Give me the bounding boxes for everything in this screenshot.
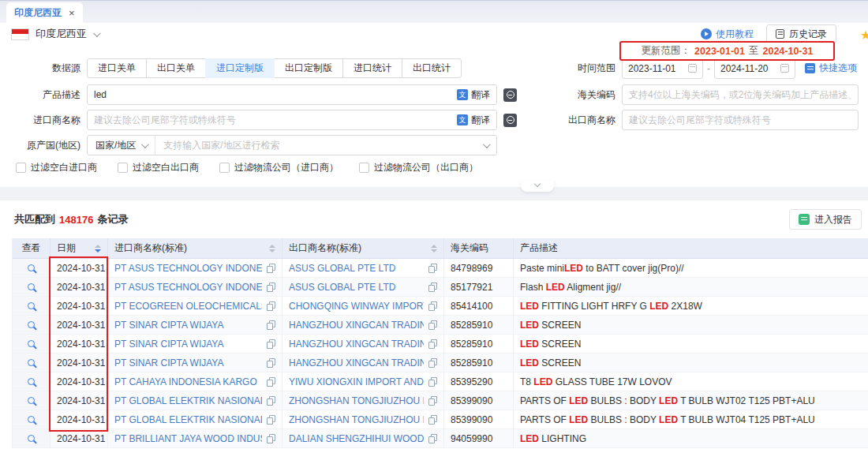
- tab-close-icon[interactable]: ×: [69, 7, 75, 19]
- importer-link[interactable]: PT SINAR CIPTA WIJAYA: [114, 339, 262, 350]
- product-desc-input[interactable]: [94, 89, 457, 100]
- sort-caret-icon[interactable]: [95, 245, 101, 253]
- col-header-exporter[interactable]: 出口商名称(标准): [282, 238, 444, 258]
- copy-icon[interactable]: [267, 264, 275, 273]
- exporter-link[interactable]: ZHONGSHAN TONGJIUZHOU INTERNA...: [289, 395, 424, 406]
- copy-icon[interactable]: [428, 339, 437, 349]
- datasource-tab[interactable]: 进口统计: [342, 58, 402, 78]
- copy-icon[interactable]: [267, 415, 275, 425]
- chevron-down-icon[interactable]: [483, 140, 491, 148]
- exact-match-toggle-icon[interactable]: [503, 114, 517, 127]
- exporter-link[interactable]: ASUS GLOBAL PTE LTD: [289, 282, 424, 293]
- table-row: 2024-10-31PT ASUS TECHNOLOGY INDONESIA B…: [13, 259, 868, 278]
- sort-caret-icon[interactable]: [431, 245, 437, 253]
- importer-link[interactable]: PT ECOGREEN OLEOCHEMICALS: [114, 301, 262, 312]
- view-detail-icon[interactable]: [28, 340, 35, 347]
- importer-link[interactable]: PT GLOBAL ELEKTRIK NASIONAL: [114, 395, 262, 406]
- exporter-link[interactable]: HANGZHOU XINGCAN TRADING CO LTD: [289, 320, 424, 331]
- hscode-cell: 85177921: [444, 278, 514, 296]
- copy-icon[interactable]: [267, 339, 275, 349]
- copy-icon[interactable]: [428, 415, 437, 425]
- checkbox-icon[interactable]: [219, 163, 230, 173]
- origin-search-input[interactable]: [155, 140, 477, 151]
- copy-icon[interactable]: [267, 434, 275, 443]
- copy-icon[interactable]: [267, 320, 275, 330]
- view-detail-icon[interactable]: [28, 397, 35, 404]
- copy-icon[interactable]: [428, 264, 437, 273]
- copy-icon[interactable]: [428, 396, 437, 406]
- hs-code-input[interactable]: [629, 89, 851, 100]
- importer-link[interactable]: PT SINAR CIPTA WIJAYA: [114, 320, 262, 331]
- table-header-row: 查看 日期 进口商名称(标准) 出口商名称(标准) 海关编码 产品描述: [13, 238, 868, 259]
- chevron-down-icon[interactable]: [93, 29, 101, 37]
- view-detail-icon[interactable]: [28, 302, 35, 309]
- tab-indonesia[interactable]: 印度尼西亚 ×: [6, 2, 83, 23]
- view-detail-icon[interactable]: [28, 264, 35, 271]
- origin-type-select[interactable]: 国家/地区: [88, 136, 155, 155]
- copy-icon[interactable]: [428, 434, 437, 443]
- exporter-link[interactable]: ASUS GLOBAL PTE LTD: [289, 263, 424, 274]
- importer-link[interactable]: PT BRILLIANT JAYA WOOD INDUSTRY: [114, 433, 262, 444]
- filter-checkbox[interactable]: 过滤空白进口商: [16, 161, 97, 174]
- copy-icon[interactable]: [428, 301, 437, 311]
- copy-icon[interactable]: [267, 282, 275, 292]
- importer-link[interactable]: PT ASUS TECHNOLOGY INDONESIA BA...: [114, 263, 262, 274]
- exporter-link[interactable]: ZHONGSHAN TONGJIUZHOU INTERNA...: [289, 414, 424, 425]
- view-detail-icon[interactable]: [28, 416, 35, 423]
- date-to-value: 2024-11-20: [720, 63, 777, 74]
- checkbox-icon[interactable]: [16, 163, 26, 173]
- hscode-cell: 85399090: [444, 391, 514, 410]
- datasource-tab[interactable]: 进口定制版: [205, 58, 275, 78]
- copy-icon[interactable]: [428, 282, 437, 292]
- copy-icon[interactable]: [267, 358, 275, 368]
- importer-link[interactable]: PT SINAR CIPTA WIJAYA: [114, 357, 262, 369]
- tutorial-link[interactable]: 使用教程: [701, 28, 754, 41]
- date-from-input[interactable]: 2023-11-01: [622, 58, 703, 79]
- datasource-tab[interactable]: 出口定制版: [274, 58, 343, 78]
- exporter-link[interactable]: YIWU XIONGXIN IMPORT AND EXPORT...: [289, 376, 424, 387]
- checkbox-icon[interactable]: [359, 163, 369, 173]
- copy-icon[interactable]: [428, 358, 437, 368]
- hs-code-field: [622, 84, 859, 105]
- view-detail-icon[interactable]: [28, 359, 35, 366]
- date-to-input[interactable]: 2024-11-20: [714, 58, 795, 79]
- col-header-importer[interactable]: 进口商名称(标准): [108, 238, 282, 258]
- datasource-tab[interactable]: 出口统计: [402, 58, 462, 78]
- quick-options-link[interactable]: 快捷选项: [805, 62, 857, 75]
- description-cell: LED FITTING LIGHT HRFY G LED 2X18W: [514, 297, 868, 315]
- sort-caret-icon[interactable]: [269, 245, 275, 253]
- filter-checkbox[interactable]: 过滤空白出口商: [118, 161, 199, 174]
- exporter-link[interactable]: CHONGQING WINWAY IMPORT AND E...: [289, 301, 424, 312]
- datasource-tab[interactable]: 出口关单: [146, 58, 206, 78]
- col-header-date[interactable]: 日期: [51, 238, 108, 258]
- view-detail-icon[interactable]: [28, 321, 35, 328]
- importer-input[interactable]: [94, 114, 457, 125]
- exporter-link[interactable]: DALIAN SHENGZHIHUI WOOD INDUST...: [289, 433, 424, 444]
- checkbox-icon[interactable]: [118, 163, 128, 173]
- enter-report-button[interactable]: 进入报告: [789, 209, 862, 230]
- star-icon[interactable]: ★: [860, 28, 868, 43]
- exporter-link[interactable]: HANGZHOU XINGCAN TRADING CO LTD: [289, 339, 424, 350]
- translate-button[interactable]: 文 翻译: [457, 114, 490, 127]
- importer-link[interactable]: PT CAHAYA INDONESIA KARGO: [114, 376, 262, 387]
- country-selector[interactable]: 印度尼西亚: [36, 27, 87, 41]
- importer-link[interactable]: PT ASUS TECHNOLOGY INDONESIA BA...: [114, 282, 262, 293]
- copy-icon[interactable]: [428, 320, 437, 330]
- exporter-input[interactable]: [629, 114, 851, 125]
- importer-link[interactable]: PT GLOBAL ELEKTRIK NASIONAL: [114, 414, 262, 425]
- filter-checkbox[interactable]: 过滤物流公司（进口商）: [219, 161, 339, 174]
- exporter-link[interactable]: HANGZHOU XINGCAN TRADING CO LTD: [289, 357, 424, 369]
- collapse-panel-button[interactable]: [521, 180, 554, 192]
- copy-icon[interactable]: [267, 396, 275, 406]
- view-detail-icon[interactable]: [28, 283, 35, 290]
- datasource-tab[interactable]: 进口关单: [87, 58, 147, 78]
- translate-button[interactable]: 文 翻译: [457, 88, 490, 102]
- copy-icon[interactable]: [428, 377, 437, 387]
- description-cell: PARTS OF LED BULBS : BODY LED T BULB WJT…: [514, 391, 868, 410]
- filter-checkbox[interactable]: 过滤物流公司（出口商）: [359, 161, 478, 174]
- view-detail-icon[interactable]: [28, 378, 35, 385]
- copy-icon[interactable]: [267, 377, 275, 387]
- view-detail-icon[interactable]: [28, 435, 35, 442]
- copy-icon[interactable]: [267, 301, 275, 311]
- exact-match-toggle-icon[interactable]: [503, 88, 517, 102]
